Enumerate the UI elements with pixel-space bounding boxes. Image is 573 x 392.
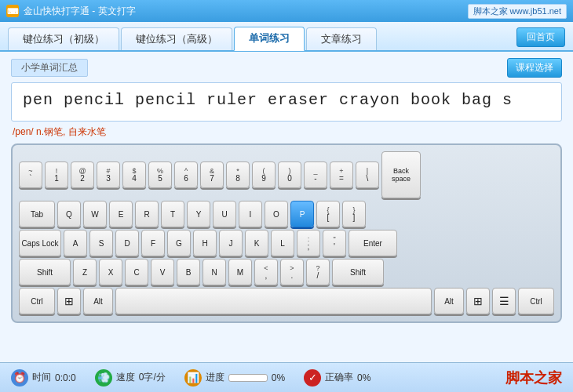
- lesson-label: 小学单词汇总: [11, 59, 88, 77]
- key-period[interactable]: >.: [280, 259, 304, 285]
- key-G[interactable]: G: [167, 230, 191, 256]
- key-M[interactable]: M: [228, 259, 252, 285]
- key-slash[interactable]: ?/: [306, 259, 330, 285]
- key-7[interactable]: &7: [200, 162, 224, 188]
- key-A[interactable]: A: [64, 230, 87, 256]
- titlebar: ⌨ 金山快快打字通 - 英文打字 脚本之家 www.jb51.net: [0, 0, 573, 22]
- key-rbracket[interactable]: }]: [342, 201, 366, 227]
- tab-word[interactable]: 单词练习: [234, 27, 305, 51]
- clock-icon: ⏰: [11, 369, 28, 387]
- key-8[interactable]: *8: [226, 162, 250, 188]
- typing-area[interactable]: pen pencil pencil ruler eraser crayon bo…: [11, 82, 562, 122]
- titlebar-brand: 脚本之家 www.jb51.net: [468, 4, 567, 19]
- key-backspace[interactable]: Backspace: [381, 151, 421, 198]
- app-logo: ⌨: [6, 5, 19, 17]
- key-1[interactable]: !1: [45, 162, 68, 188]
- key-tab[interactable]: Tab: [19, 201, 55, 227]
- status-accuracy: ✓ 正确率 0%: [304, 369, 370, 387]
- key-capslock[interactable]: Caps Lock: [19, 230, 61, 256]
- key-shift-left[interactable]: Shift: [19, 259, 71, 285]
- statusbar: ⏰ 时间 0:0:0 💨 速度 0字/分 📊 进度 0% ✓ 正确率 0% 脚本…: [0, 362, 573, 392]
- tab-advanced[interactable]: 键位练习（高级）: [121, 27, 232, 50]
- accuracy-value: 0%: [357, 372, 370, 383]
- key-4[interactable]: $4: [122, 162, 146, 188]
- key-K[interactable]: K: [245, 230, 268, 256]
- key-equals[interactable]: +=: [330, 162, 353, 188]
- key-H[interactable]: H: [193, 230, 217, 256]
- key-row-numbers: ~` !1 @2 #3 $4 %5 ^6 &7 *8 (9 )0 _- += |…: [19, 151, 554, 198]
- progress-label: 进度: [206, 371, 224, 384]
- hint-text: /pen/ n.钢笔, 自来水笔: [11, 125, 562, 139]
- key-shift-right[interactable]: Shift: [332, 259, 384, 285]
- status-time: ⏰ 时间 0:0:0: [11, 369, 76, 387]
- key-enter[interactable]: Enter: [349, 230, 397, 256]
- key-Q[interactable]: Q: [57, 201, 81, 227]
- progress-value: 0%: [272, 372, 285, 383]
- key-row-bottom: Ctrl ⊞ Alt Alt ⊞ ☰ Ctrl: [19, 288, 554, 314]
- home-button[interactable]: 回首页: [516, 27, 565, 47]
- status-speed: 💨 速度 0字/分: [95, 369, 166, 387]
- key-tilde[interactable]: ~`: [19, 162, 42, 188]
- tab-beginner[interactable]: 键位练习（初级）: [8, 27, 119, 50]
- status-progress: 📊 进度 0%: [184, 369, 285, 387]
- tab-article[interactable]: 文章练习: [306, 27, 377, 50]
- key-9[interactable]: (9: [252, 162, 276, 188]
- key-3[interactable]: #3: [97, 162, 120, 188]
- key-U[interactable]: U: [213, 201, 236, 227]
- key-row-asdf: Caps Lock A S D F G H J K L :; "' Enter: [19, 230, 554, 256]
- key-minus[interactable]: _-: [304, 162, 327, 188]
- speed-value: 0字/分: [139, 371, 166, 384]
- keyboard: ~` !1 @2 #3 $4 %5 ^6 &7 *8 (9 )0 _- += |…: [11, 143, 562, 323]
- key-2[interactable]: @2: [71, 162, 94, 188]
- key-D[interactable]: D: [115, 230, 139, 256]
- time-value: 0:0:0: [55, 372, 76, 383]
- key-W[interactable]: W: [83, 201, 107, 227]
- key-S[interactable]: S: [89, 230, 113, 256]
- key-alt-right[interactable]: Alt: [434, 288, 464, 314]
- app-title: 金山快快打字通 - 英文打字: [24, 5, 136, 18]
- key-space[interactable]: [115, 288, 432, 314]
- key-V[interactable]: V: [151, 259, 174, 285]
- key-5[interactable]: %5: [148, 162, 172, 188]
- key-B[interactable]: B: [177, 259, 200, 285]
- key-6[interactable]: ^6: [174, 162, 198, 188]
- brand-logo: 脚本之家: [505, 368, 562, 387]
- accuracy-icon: ✓: [304, 369, 321, 387]
- key-P[interactable]: P: [290, 201, 314, 227]
- key-T[interactable]: T: [161, 201, 184, 227]
- key-row-zxcv: Shift Z X C V B N M <, >. ?/ Shift: [19, 259, 554, 285]
- key-alt-left[interactable]: Alt: [83, 288, 113, 314]
- key-Y[interactable]: Y: [187, 201, 210, 227]
- key-Z[interactable]: Z: [73, 259, 97, 285]
- key-backslash[interactable]: |\: [356, 162, 379, 188]
- key-comma[interactable]: <,: [254, 259, 278, 285]
- course-select-button[interactable]: 课程选择: [507, 58, 562, 78]
- key-C[interactable]: C: [125, 259, 148, 285]
- key-L[interactable]: L: [271, 230, 294, 256]
- key-ctrl-right[interactable]: Ctrl: [518, 288, 554, 314]
- key-win-left[interactable]: ⊞: [57, 288, 81, 314]
- key-semicolon[interactable]: :;: [297, 230, 320, 256]
- titlebar-left: ⌨ 金山快快打字通 - 英文打字: [6, 5, 136, 18]
- key-X[interactable]: X: [99, 259, 122, 285]
- accuracy-label: 正确率: [325, 371, 353, 384]
- key-0[interactable]: )0: [278, 162, 301, 188]
- key-J[interactable]: J: [219, 230, 243, 256]
- titlebar-right: 脚本之家 www.jb51.net: [468, 4, 567, 19]
- key-win-right[interactable]: ⊞: [466, 288, 490, 314]
- time-label: 时间: [32, 371, 51, 384]
- lesson-bar: 小学单词汇总 课程选择: [11, 58, 562, 78]
- key-ctrl-left[interactable]: Ctrl: [19, 288, 55, 314]
- navbar: 键位练习（初级） 键位练习（高级） 单词练习 文章练习 回首页: [0, 22, 573, 52]
- key-N[interactable]: N: [203, 259, 226, 285]
- key-E[interactable]: E: [109, 201, 133, 227]
- key-row-qwerty: Tab Q W E R T Y U I O P {[ }]: [19, 201, 554, 227]
- key-lbracket[interactable]: {[: [316, 201, 340, 227]
- key-F[interactable]: F: [141, 230, 165, 256]
- key-O[interactable]: O: [265, 201, 288, 227]
- main-content: 小学单词汇总 课程选择 pen pencil pencil ruler eras…: [0, 52, 573, 362]
- key-I[interactable]: I: [239, 201, 262, 227]
- key-R[interactable]: R: [135, 201, 159, 227]
- key-menu[interactable]: ☰: [492, 288, 516, 314]
- key-quote[interactable]: "': [323, 230, 346, 256]
